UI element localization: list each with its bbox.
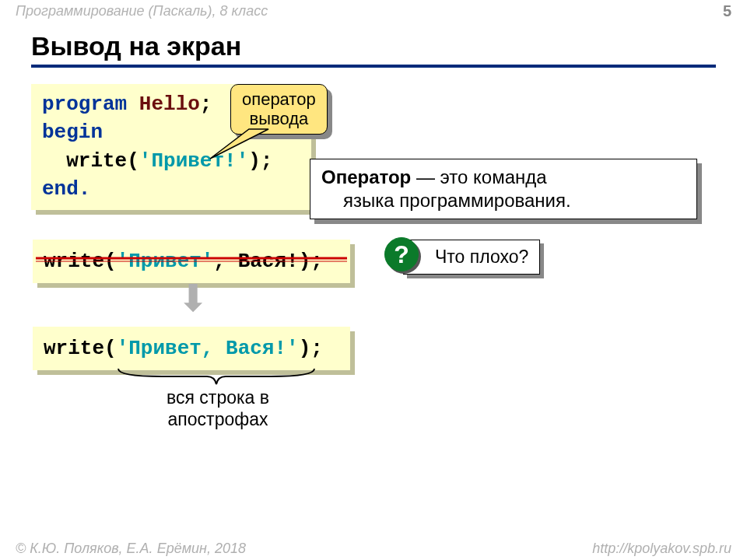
slide-footer: © К.Ю. Поляков, Е.А. Ерёмин, 2018 http:/… [0,541,747,557]
footer-url: http://kpolyakov.spb.ru [592,541,731,557]
question-box: Что плохо? [403,240,540,275]
question-text: Что плохо? [435,247,528,267]
w3-rest: ); [299,337,323,360]
operator-definition: Оператор — это команда языка программиро… [310,159,697,219]
page-title: Вывод на экран [31,31,716,68]
question-badge-icon: ? [384,237,419,271]
def-rest2: языка программирования. [321,189,571,212]
def-word: Оператор [321,166,411,187]
cap-l2: апострофах [140,409,296,431]
slide-header: Программирование (Паскаль), 8 класс 5 [0,0,747,22]
str-hello: 'Привет!' [139,149,248,173]
write-close: ); [248,149,272,173]
kw-begin: begin [42,121,103,144]
write-open: write( [42,149,139,173]
question-mark: ? [394,240,409,269]
w3-open: write( [44,337,117,360]
page-number: 5 [723,2,731,20]
footer-authors: © К.Ю. Поляков, Е.А. Ерёмин, 2018 [16,541,246,557]
code-block-wrong: write('Привет', Вася!); [33,240,350,283]
cap-l1: вся строка в [140,387,296,409]
course-title: Программирование (Паскаль), 8 класс [16,3,268,19]
callout-line1: оператор [242,89,316,109]
arrow-down-icon: ⬇ [177,280,209,317]
callout-line2: вывода [242,109,316,128]
prog-name: Hello [127,93,200,116]
callout-operator: оператор вывода [230,84,328,135]
w2-open: write( [44,250,117,273]
def-rest1: — это команда [411,166,546,187]
w2-str: 'Привет' [117,250,214,273]
brace-caption: вся строка в апострофах [140,387,296,430]
semi: ; [200,93,212,116]
code-block-correct: write('Привет, Вася!'); [33,327,350,370]
kw-program: program [42,93,127,116]
w2-rest: , Вася!); [213,250,322,273]
w3-str: 'Привет, Вася!' [117,337,299,360]
kw-end: end. [42,177,90,201]
